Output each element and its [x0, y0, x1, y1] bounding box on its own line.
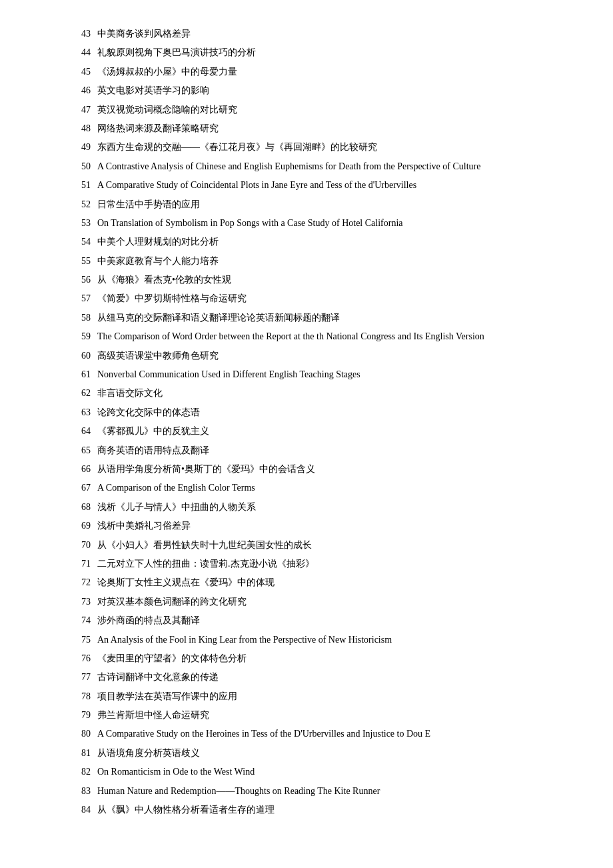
item-number: 82: [67, 765, 91, 779]
list-item: 59The Comparison of Word Order between t…: [67, 329, 560, 344]
item-text: 《麦田里的守望者》的文体特色分析: [97, 651, 560, 666]
item-number: 79: [67, 708, 91, 723]
item-number: 50: [67, 159, 91, 174]
item-text: A Contrastive Analysis of Chinese and En…: [97, 159, 560, 174]
list-item: 78项目教学法在英语写作课中的应用: [67, 689, 560, 704]
item-text: 东西方生命观的交融——《春江花月夜》与《再回湖畔》的比较研究: [97, 140, 560, 155]
list-item: 53On Translation of Symbolism in Pop Son…: [67, 216, 560, 231]
item-number: 56: [67, 273, 91, 287]
list-item: 65商务英语的语用特点及翻译: [67, 443, 560, 458]
item-text: 非言语交际文化: [97, 386, 560, 401]
list-item: 64《雾都孤儿》中的反犹主义: [67, 424, 560, 439]
item-number: 72: [67, 575, 91, 590]
item-text: 中美个人理财规划的对比分析: [97, 235, 560, 249]
list-item: 57《简爱》中罗切斯特性格与命运研究: [67, 291, 560, 306]
list-item: 68浅析《儿子与情人》中扭曲的人物关系: [67, 500, 560, 515]
item-text: An Analysis of the Fool in King Lear fro…: [97, 633, 560, 647]
item-text: 高级英语课堂中教师角色研究: [97, 349, 560, 363]
list-item: 61Nonverbal Communication Used in Differ…: [67, 367, 560, 382]
item-number: 57: [67, 291, 91, 306]
list-item: 71二元对立下人性的扭曲：读雪莉.杰克逊小说《抽彩》: [67, 557, 560, 571]
list-item: 56从《海狼》看杰克•伦敦的女性观: [67, 273, 560, 287]
list-item: 70从《小妇人》看男性缺失时十九世纪美国女性的成长: [67, 538, 560, 553]
item-number: 70: [67, 538, 91, 553]
list-item: 82On Romanticism in Ode to the West Wind: [67, 765, 560, 779]
item-number: 48: [67, 121, 91, 136]
item-text: A Comparative Study of Coincidental Plot…: [97, 178, 560, 193]
list-item: 52日常生活中手势语的应用: [67, 197, 560, 212]
item-number: 67: [67, 481, 91, 495]
item-text: On Romanticism in Ode to the West Wind: [97, 765, 560, 779]
item-text: The Comparison of Word Order between the…: [97, 329, 560, 344]
list-item: 51A Comparative Study of Coincidental Pl…: [67, 178, 560, 193]
item-text: 从语用学角度分析简•奥斯丁的《爱玛》中的会话含义: [97, 462, 560, 477]
item-text: 论跨文化交际中的体态语: [97, 405, 560, 420]
item-number: 59: [67, 329, 91, 344]
list-item: 75An Analysis of the Fool in King Lear f…: [67, 633, 560, 647]
item-text: 英汉视觉动词概念隐喻的对比研究: [97, 103, 560, 117]
list-item: 66 从语用学角度分析简•奥斯丁的《爱玛》中的会话含义: [67, 462, 560, 477]
item-text: 弗兰肯斯坦中怪人命运研究: [97, 708, 560, 723]
item-number: 84: [67, 803, 91, 817]
item-text: A Comparison of the English Color Terms: [97, 481, 560, 495]
item-number: 64: [67, 424, 91, 439]
list-item: 47英汉视觉动词概念隐喻的对比研究: [67, 103, 560, 117]
item-text: 从《飘》中人物性格分析看适者生存的道理: [97, 803, 560, 817]
list-item: 58从纽马克的交际翻译和语义翻译理论论英语新闻标题的翻译: [67, 311, 560, 325]
item-text: 网络热词来源及翻译策略研究: [97, 121, 560, 136]
item-text: 二元对立下人性的扭曲：读雪莉.杰克逊小说《抽彩》: [97, 557, 560, 571]
item-number: 62: [67, 386, 91, 401]
item-text: 涉外商函的特点及其翻译: [97, 613, 560, 628]
item-number: 49: [67, 140, 91, 155]
item-text: 从纽马克的交际翻译和语义翻译理论论英语新闻标题的翻译: [97, 311, 560, 325]
item-text: 古诗词翻译中文化意象的传递: [97, 670, 560, 685]
item-number: 63: [67, 405, 91, 420]
item-text: 浅析中美婚礼习俗差异: [97, 519, 560, 533]
list-item: 55中美家庭教育与个人能力培养: [67, 254, 560, 269]
list-item: 77古诗词翻译中文化意象的传递: [67, 670, 560, 685]
item-text: 从《海狼》看杰克•伦敦的女性观: [97, 273, 560, 287]
item-text: A Comparative Study on the Heroines in T…: [97, 727, 560, 741]
item-number: 43: [67, 27, 91, 41]
item-text: 商务英语的语用特点及翻译: [97, 443, 560, 458]
item-number: 65: [67, 443, 91, 458]
item-number: 46: [67, 83, 91, 98]
content-list: 43中美商务谈判风格差异44礼貌原则视角下奥巴马演讲技巧的分析45《汤姆叔叔的小…: [67, 27, 560, 817]
list-item: 83Human Nature and Redemption——Thoughts …: [67, 784, 560, 799]
list-item: 49东西方生命观的交融——《春江花月夜》与《再回湖畔》的比较研究: [67, 140, 560, 155]
item-number: 74: [67, 613, 91, 628]
list-item: 62非言语交际文化: [67, 386, 560, 401]
item-number: 73: [67, 595, 91, 609]
list-item: 50A Contrastive Analysis of Chinese and …: [67, 159, 560, 174]
item-number: 45: [67, 65, 91, 79]
item-number: 77: [67, 670, 91, 685]
item-text: 中美家庭教育与个人能力培养: [97, 254, 560, 269]
list-item: 69浅析中美婚礼习俗差异: [67, 519, 560, 533]
item-number: 80: [67, 727, 91, 741]
item-text: On Translation of Symbolism in Pop Songs…: [97, 216, 560, 231]
list-item: 48网络热词来源及翻译策略研究: [67, 121, 560, 136]
item-number: 83: [67, 784, 91, 799]
item-number: 52: [67, 197, 91, 212]
list-item: 46英文电影对英语学习的影响: [67, 83, 560, 98]
list-item: 76《麦田里的守望者》的文体特色分析: [67, 651, 560, 666]
item-number: 61: [67, 367, 91, 382]
item-number: 68: [67, 500, 91, 515]
item-text: 《简爱》中罗切斯特性格与命运研究: [97, 291, 560, 306]
item-number: 55: [67, 254, 91, 269]
list-item: 74涉外商函的特点及其翻译: [67, 613, 560, 628]
list-item: 73对英汉基本颜色词翻译的跨文化研究: [67, 595, 560, 609]
item-text: 《雾都孤儿》中的反犹主义: [97, 424, 560, 439]
list-item: 81从语境角度分析英语歧义: [67, 746, 560, 761]
item-text: 日常生活中手势语的应用: [97, 197, 560, 212]
list-item: 84从《飘》中人物性格分析看适者生存的道理: [67, 803, 560, 817]
item-text: 论奥斯丁女性主义观点在《爱玛》中的体现: [97, 575, 560, 590]
item-text: 《汤姆叔叔的小屋》中的母爱力量: [97, 65, 560, 79]
list-item: 45《汤姆叔叔的小屋》中的母爱力量: [67, 65, 560, 79]
list-item: 44礼貌原则视角下奥巴马演讲技巧的分析: [67, 45, 560, 60]
list-item: 63论跨文化交际中的体态语: [67, 405, 560, 420]
item-number: 75: [67, 633, 91, 647]
list-item: 60高级英语课堂中教师角色研究: [67, 349, 560, 363]
item-text: 从语境角度分析英语歧义: [97, 746, 560, 761]
list-item: 80A Comparative Study on the Heroines in…: [67, 727, 560, 741]
